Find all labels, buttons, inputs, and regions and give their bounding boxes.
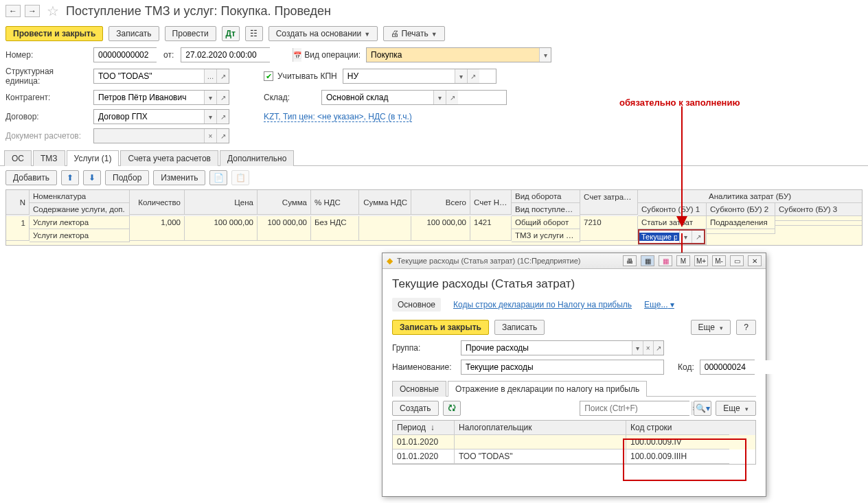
minimize-icon[interactable]: ▭ xyxy=(730,255,744,266)
open-icon[interactable]: ↗ xyxy=(467,69,479,83)
search-input[interactable] xyxy=(580,401,692,415)
cell-sum[interactable]: 100 000,00 xyxy=(258,216,311,241)
cell-turnover[interactable]: Общий оборот xyxy=(512,216,580,229)
col-nomenclature[interactable]: Номенклатура xyxy=(30,190,130,203)
date-input[interactable] xyxy=(181,48,293,62)
save-button[interactable]: Записать xyxy=(108,26,159,41)
col-expense-acct[interactable]: Счет затрат (БУ) xyxy=(580,190,638,215)
cell-sub2[interactable] xyxy=(707,229,775,234)
dr-cr-icon[interactable]: Дт xyxy=(222,26,240,41)
dropdown-icon[interactable]: ▾ xyxy=(433,91,446,104)
tab-tmz[interactable]: ТМЗ xyxy=(33,150,65,166)
select-icon[interactable]: … xyxy=(204,69,216,83)
cell-nom2[interactable]: Услуги лектора xyxy=(30,229,130,242)
open-icon[interactable]: ↗ xyxy=(216,91,229,104)
tab-services[interactable]: Услуги (1) xyxy=(67,150,119,166)
open-icon[interactable]: ↗ xyxy=(216,69,229,83)
col-subconto3[interactable]: Субконто (БУ) 3 xyxy=(775,203,862,216)
col-subconto2[interactable]: Субконто (БУ) 2 xyxy=(707,203,775,216)
price-info-link[interactable]: KZT, Тип цен: <не указан>, НДС (в т.ч.) xyxy=(264,112,412,122)
favorite-star-icon[interactable]: ☆ xyxy=(47,3,59,19)
cell-expense-acct[interactable]: 7210 xyxy=(580,216,638,241)
modal-tab-main[interactable]: Основные xyxy=(392,381,446,397)
col-n[interactable]: N xyxy=(6,190,30,215)
code-input[interactable] xyxy=(700,360,812,374)
pick-button[interactable]: Подбор xyxy=(105,170,149,185)
nav-forward-button[interactable]: → xyxy=(25,5,40,17)
create-row-button[interactable]: Создать xyxy=(392,401,439,416)
col-subconto1[interactable]: Субконто (БУ) 1 xyxy=(638,203,707,216)
tab-accounts[interactable]: Счета учета расчетов xyxy=(120,150,218,166)
cell-receipt-type[interactable]: ТМЗ и услуги бе... xyxy=(512,229,580,242)
nav-main[interactable]: Основное xyxy=(392,298,441,312)
cell-total[interactable]: 100 000,00 xyxy=(411,216,470,241)
mem-m-button[interactable]: M xyxy=(676,255,690,266)
col-nds-sum[interactable]: Сумма НДС xyxy=(359,190,411,215)
print-button[interactable]: 🖨 Печать▼ xyxy=(383,26,445,41)
org-input[interactable] xyxy=(94,69,204,83)
mem-mminus-button[interactable]: M- xyxy=(712,255,726,266)
calc-icon[interactable]: ▦ xyxy=(641,255,654,266)
col-qty[interactable]: Количество xyxy=(130,190,185,215)
tab-additional[interactable]: Дополнительно xyxy=(220,150,294,166)
modal-more-button[interactable]: Еще ▾ xyxy=(716,401,756,416)
col-period[interactable]: Период ↓ xyxy=(393,421,455,435)
open-icon[interactable]: ↗ xyxy=(216,129,229,143)
dropdown-icon[interactable]: ▾ xyxy=(679,231,692,243)
nav-back-button[interactable]: ← xyxy=(5,5,21,17)
close-icon[interactable]: ✕ xyxy=(748,255,762,266)
col-description[interactable]: Содержание услуги, доп. xyxy=(30,203,130,216)
copy-icon[interactable]: 📄 xyxy=(209,170,227,185)
col-price[interactable]: Цена xyxy=(185,190,258,215)
cell-sub1-editor[interactable]: ▾ ↗ xyxy=(638,229,707,245)
move-up-icon[interactable]: ⬆ xyxy=(61,170,79,185)
clear-icon[interactable]: × xyxy=(204,129,216,143)
dialog-more-button[interactable]: Еще ▾ xyxy=(691,320,731,335)
create-based-on-button[interactable]: Создать на основании▼ xyxy=(269,26,378,41)
nav-more-dropdown[interactable]: Еще... ▾ xyxy=(644,300,674,309)
kpn-select[interactable] xyxy=(343,69,455,83)
post-button[interactable]: Провести xyxy=(165,26,216,41)
group-input[interactable] xyxy=(461,341,632,355)
print-preview-icon[interactable]: 🖶 xyxy=(623,255,637,266)
search-icon[interactable]: 🔍▾ xyxy=(694,401,711,416)
paste-icon[interactable]: 📋 xyxy=(231,170,249,185)
dropdown-icon[interactable]: ▾ xyxy=(204,110,216,124)
clear-icon[interactable]: × xyxy=(643,341,653,355)
add-row-button[interactable]: Добавить xyxy=(5,170,57,185)
table-row[interactable]: 1 Услуги лектора Услуги лектора 1,000 10… xyxy=(6,216,862,245)
subconto-inline-editor[interactable]: ▾ ↗ xyxy=(638,229,705,244)
subconto-input[interactable] xyxy=(639,233,679,241)
col-receipt-type[interactable]: Вид поступления xyxy=(512,203,580,216)
cell-price[interactable]: 100 000,00 xyxy=(185,216,258,241)
sklad-input[interactable] xyxy=(322,91,433,104)
cell-qty[interactable]: 1,000 xyxy=(130,216,185,241)
dogovor-input[interactable] xyxy=(94,110,204,124)
open-icon[interactable]: ↗ xyxy=(692,231,704,243)
cell-nds[interactable]: Без НДС xyxy=(311,216,359,241)
cell-acctnds[interactable]: 1421 xyxy=(470,216,512,241)
col-line-code[interactable]: Код строки xyxy=(626,421,729,435)
dialog-save-button[interactable]: Записать xyxy=(494,320,545,335)
modal-tab-declaration[interactable]: Отражение в декларации по налогу на приб… xyxy=(448,381,647,397)
calendar-icon[interactable]: 📅 xyxy=(293,48,301,62)
col-acct-nds[interactable]: Счет НДС xyxy=(470,190,512,215)
open-icon[interactable]: ↗ xyxy=(446,91,458,104)
cell-sub3[interactable] xyxy=(775,221,862,226)
contragent-input[interactable] xyxy=(94,91,204,104)
nav-declaration-codes[interactable]: Коды строк декларации по Налогу на прибы… xyxy=(453,300,632,309)
col-sum[interactable]: Сумма xyxy=(258,190,311,215)
operation-select[interactable] xyxy=(367,48,539,62)
kpn-checkbox[interactable]: ✔ xyxy=(264,71,273,81)
move-down-icon[interactable]: ⬇ xyxy=(83,170,101,185)
open-icon[interactable]: ↗ xyxy=(653,341,663,355)
post-and-close-button[interactable]: Провести и закрыть xyxy=(5,26,103,41)
dropdown-icon[interactable]: ▾ xyxy=(455,69,467,83)
edit-button[interactable]: Изменить xyxy=(153,170,205,185)
calendar-grid-icon[interactable]: ▦ xyxy=(659,255,672,266)
document-structure-icon[interactable]: ☷ xyxy=(245,26,263,41)
refresh-icon[interactable]: 🗘 xyxy=(443,401,461,416)
dialog-help-button[interactable]: ? xyxy=(736,320,756,335)
cell-nom[interactable]: Услуги лектора xyxy=(30,216,130,229)
cell-sumnds[interactable] xyxy=(359,216,411,241)
